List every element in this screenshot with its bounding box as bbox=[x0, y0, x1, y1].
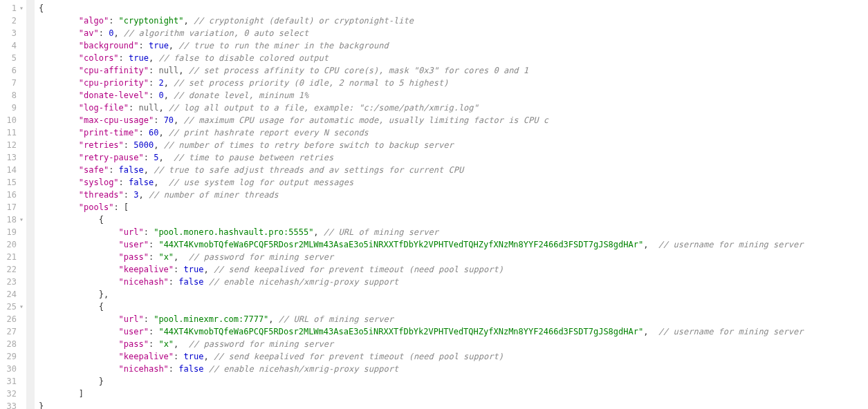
line-number[interactable]: 14 bbox=[4, 164, 25, 176]
line-number[interactable]: 28 bbox=[4, 338, 25, 350]
code-line[interactable]: "pools": [ bbox=[39, 201, 803, 213]
line-number[interactable]: 31 bbox=[4, 375, 25, 388]
code-line[interactable]: "url": "pool.monero.hashvault.pro:5555",… bbox=[39, 226, 803, 238]
comment: // algorithm variation, 0 auto select bbox=[124, 28, 308, 38]
indent bbox=[39, 202, 79, 212]
line-number[interactable]: 17 bbox=[4, 201, 25, 213]
code-line[interactable]: "donate-level": 0, // donate level, mini… bbox=[39, 89, 803, 102]
line-number[interactable]: 12 bbox=[4, 139, 25, 151]
fold-toggle-icon[interactable]: ▾ bbox=[17, 213, 25, 226]
fold-toggle-icon[interactable]: ▾ bbox=[17, 301, 25, 313]
json-number: 5000 bbox=[133, 140, 154, 150]
code-line[interactable]: "user": "44XT4KvmobTQfeWa6PCQF5RDosr2MLW… bbox=[39, 325, 803, 338]
code-line[interactable]: "url": "pool.minexmr.com:7777", // URL o… bbox=[39, 313, 803, 325]
line-number[interactable]: 18▾ bbox=[4, 213, 25, 226]
line-number[interactable]: 27 bbox=[4, 325, 25, 338]
code-line[interactable]: "keepalive": true, // send keepalived fo… bbox=[39, 350, 803, 363]
line-number-text: 3 bbox=[4, 27, 17, 39]
line-number[interactable]: 2 bbox=[4, 15, 25, 27]
line-number[interactable]: 1▾ bbox=[4, 2, 25, 15]
line-number[interactable]: 3 bbox=[4, 27, 25, 39]
code-line[interactable]: "retries": 5000, // number of times to r… bbox=[39, 139, 803, 151]
line-number-text: 27 bbox=[4, 325, 17, 338]
line-number[interactable]: 13 bbox=[4, 151, 25, 164]
line-number[interactable]: 26 bbox=[4, 313, 25, 325]
json-boolean: true bbox=[184, 352, 204, 361]
code-line[interactable]: "background": true, // true to run the m… bbox=[39, 39, 803, 52]
line-number[interactable]: 20 bbox=[4, 238, 25, 251]
comment: // number of times to retry before switc… bbox=[164, 140, 454, 150]
line-number[interactable]: 15 bbox=[4, 176, 25, 189]
code-line[interactable]: } bbox=[39, 375, 803, 388]
code-line[interactable]: "pass": "x", // password for mining serv… bbox=[39, 338, 803, 350]
punctuation: , bbox=[149, 53, 158, 63]
code-line[interactable]: "pass": "x", // password for mining serv… bbox=[39, 251, 803, 263]
code-line[interactable]: { bbox=[39, 301, 803, 313]
line-number[interactable]: 16 bbox=[4, 189, 25, 201]
punctuation: : bbox=[149, 91, 158, 100]
json-boolean: false bbox=[119, 165, 144, 175]
code-line[interactable]: ] bbox=[39, 388, 803, 400]
punctuation bbox=[203, 277, 208, 287]
code-line[interactable]: } bbox=[39, 400, 803, 409]
comment: // URL of mining server bbox=[324, 227, 438, 237]
code-line[interactable]: "safe": false, // true to safe adjust th… bbox=[39, 164, 803, 176]
comment: // print hashrate report every N seconds bbox=[169, 128, 369, 137]
code-line[interactable]: "cpu-priority": 2, // set process priori… bbox=[39, 77, 803, 89]
gutter[interactable]: 1▾2 3 4 5 6 7 8 9 10 11 12 13 14 15 16 1… bbox=[0, 0, 26, 409]
code-line[interactable]: "threads": 3, // number of miner threads bbox=[39, 189, 803, 201]
fold-toggle-icon[interactable]: ▾ bbox=[17, 2, 25, 15]
code-area[interactable]: { "algo": "cryptonight", // cryptonight … bbox=[35, 0, 807, 409]
line-number[interactable]: 22 bbox=[4, 263, 25, 276]
line-number[interactable]: 19 bbox=[4, 226, 25, 238]
json-string: "cryptonight" bbox=[119, 16, 184, 26]
code-line[interactable]: "colors": true, // false to disable colo… bbox=[39, 52, 803, 64]
line-number[interactable]: 11 bbox=[4, 126, 25, 139]
line-number[interactable]: 30 bbox=[4, 363, 25, 375]
comment: // send keepalived for prevent timeout (… bbox=[214, 265, 504, 274]
code-line[interactable]: }, bbox=[39, 288, 803, 301]
code-line[interactable]: "print-time": 60, // print hashrate repo… bbox=[39, 126, 803, 139]
code-line[interactable]: "algo": "cryptonight", // cryptonight (d… bbox=[39, 15, 803, 27]
line-number[interactable]: 33 bbox=[4, 400, 25, 409]
code-line[interactable]: "syslog": false, // use system log for o… bbox=[39, 176, 803, 189]
line-number[interactable]: 24 bbox=[4, 288, 25, 301]
code-line[interactable]: "retry-pause": 5, // time to pause betwe… bbox=[39, 151, 803, 164]
code-line[interactable]: "max-cpu-usage": 70, // maximum CPU usag… bbox=[39, 114, 803, 126]
code-editor[interactable]: 1▾2 3 4 5 6 7 8 9 10 11 12 13 14 15 16 1… bbox=[0, 0, 868, 409]
punctuation: { bbox=[99, 302, 104, 312]
line-number[interactable]: 32 bbox=[4, 388, 25, 400]
line-number-text: 22 bbox=[4, 263, 17, 276]
line-number[interactable]: 29 bbox=[4, 350, 25, 363]
comment: // URL of mining server bbox=[279, 314, 394, 324]
line-number[interactable]: 10 bbox=[4, 114, 25, 126]
line-number[interactable]: 9 bbox=[4, 102, 25, 114]
line-number-text: 33 bbox=[4, 400, 17, 409]
line-number[interactable]: 5 bbox=[4, 52, 25, 64]
punctuation: : bbox=[99, 28, 109, 38]
line-number[interactable]: 4 bbox=[4, 39, 25, 52]
punctuation: : bbox=[109, 16, 118, 26]
code-line[interactable]: { bbox=[39, 213, 803, 226]
line-number[interactable]: 25▾ bbox=[4, 301, 25, 313]
line-number[interactable]: 6 bbox=[4, 64, 25, 77]
comment: // password for mining server bbox=[189, 339, 334, 349]
line-number-text: 26 bbox=[4, 313, 17, 325]
code-line[interactable]: "nicehash": false // enable nicehash/xmr… bbox=[39, 363, 803, 375]
code-line[interactable]: "keepalive": true, // send keepalived fo… bbox=[39, 263, 803, 276]
code-line[interactable]: "log-file": null, // log all output to a… bbox=[39, 102, 803, 114]
code-line[interactable]: "cpu-affinity": null, // set process aff… bbox=[39, 64, 803, 77]
indent bbox=[39, 16, 79, 26]
code-line[interactable]: "av": 0, // algorithm variation, 0 auto … bbox=[39, 27, 803, 39]
punctuation: , bbox=[169, 41, 178, 50]
punctuation: : bbox=[149, 252, 158, 262]
line-number[interactable]: 21 bbox=[4, 251, 25, 263]
code-line[interactable]: "user": "44XT4KvmobTQfeWa6PCQF5RDosr2MLW… bbox=[39, 238, 803, 251]
code-line[interactable]: "nicehash": false // enable nicehash/xmr… bbox=[39, 276, 803, 288]
line-number[interactable]: 23 bbox=[4, 276, 25, 288]
punctuation: { bbox=[99, 215, 104, 225]
line-number[interactable]: 8 bbox=[4, 89, 25, 102]
comment: // username for mining server bbox=[658, 327, 804, 336]
line-number[interactable]: 7 bbox=[4, 77, 25, 89]
code-line[interactable]: { bbox=[39, 2, 803, 15]
